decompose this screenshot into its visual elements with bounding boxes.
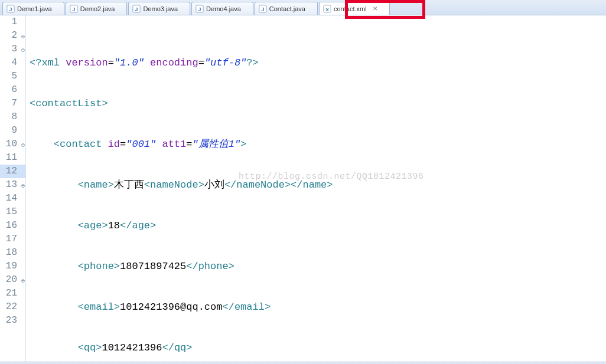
tab-demo1-java[interactable]: JDemo1.java: [2, 2, 64, 15]
tab-bar: JDemo1.javaJDemo2.javaJDemo3.javaJDemo4.…: [0, 0, 606, 15]
tab-label: Demo4.java: [206, 5, 241, 12]
code-line: <qq>1012421396</qq>: [30, 341, 606, 355]
line-number[interactable]: 1: [0, 15, 25, 29]
line-number[interactable]: 22: [0, 300, 25, 314]
line-number[interactable]: 23: [0, 314, 25, 327]
xml-file-icon: X: [323, 5, 331, 13]
tab-label: Contact.java: [269, 5, 305, 12]
line-number[interactable]: 7: [0, 97, 25, 110]
svg-text:J: J: [261, 6, 264, 12]
svg-text:J: J: [9, 6, 12, 12]
line-number[interactable]: 9: [0, 124, 25, 137]
line-number[interactable]: 17: [0, 232, 25, 246]
code-area[interactable]: http://blog.csdn.net/QQ1012421396 <?xml …: [26, 15, 606, 364]
line-number[interactable]: 2: [0, 29, 25, 42]
bottom-trim: [0, 362, 606, 364]
tab-label: Demo3.java: [143, 5, 178, 12]
java-file-icon: J: [196, 5, 204, 13]
svg-text:J: J: [135, 6, 138, 12]
tab-demo3-java[interactable]: JDemo3.java: [128, 2, 190, 15]
line-number[interactable]: 12: [0, 165, 25, 178]
java-file-icon: J: [6, 5, 15, 13]
tab-label: Demo1.java: [17, 5, 52, 12]
line-number[interactable]: 4: [0, 56, 25, 70]
code-line: <name>木丁西<nameNode>小刘</nameNode></name>: [30, 178, 606, 192]
tab-demo2-java[interactable]: JDemo2.java: [66, 2, 128, 15]
line-number[interactable]: 8: [0, 110, 25, 124]
line-number[interactable]: 3: [0, 42, 25, 56]
tab-label: contact.xml: [334, 5, 367, 12]
close-icon[interactable]: ✕: [373, 5, 377, 12]
tab-label: Demo2.java: [80, 5, 115, 12]
line-number[interactable]: 20: [0, 273, 25, 287]
line-number[interactable]: 11: [0, 151, 25, 165]
code-line: <age>18</age>: [30, 219, 606, 232]
svg-text:J: J: [72, 6, 75, 12]
code-line: <contactList>: [30, 97, 606, 110]
java-file-icon: J: [259, 5, 267, 13]
code-line: <email>1012421396@qq.com</email>: [30, 300, 606, 314]
line-number-gutter: 1234567891011121314151617181920212223: [0, 15, 26, 364]
line-number[interactable]: 5: [0, 70, 25, 83]
line-number[interactable]: 6: [0, 83, 25, 97]
line-number[interactable]: 19: [0, 260, 25, 273]
java-file-icon: J: [132, 5, 141, 13]
tab-demo4-java[interactable]: JDemo4.java: [191, 2, 253, 15]
line-number[interactable]: 18: [0, 246, 25, 260]
line-number[interactable]: 13: [0, 178, 25, 192]
java-file-icon: J: [70, 5, 78, 13]
svg-text:X: X: [325, 6, 329, 12]
svg-text:J: J: [198, 6, 201, 12]
code-line: <?xml version="1.0" encoding="utf-8"?>: [30, 56, 606, 70]
code-line: <contact id="001" att1="属性值1">: [30, 137, 606, 151]
code-line: <phone>18071897425</phone>: [30, 260, 606, 273]
line-number[interactable]: 15: [0, 205, 25, 219]
tab-contact-xml[interactable]: Xcontact.xml✕: [319, 2, 390, 15]
line-number[interactable]: 10: [0, 137, 25, 151]
editor-pane: 1234567891011121314151617181920212223 ht…: [0, 15, 606, 364]
line-number[interactable]: 16: [0, 219, 25, 232]
tab-contact-java[interactable]: JContact.java: [255, 2, 318, 15]
line-number[interactable]: 21: [0, 287, 25, 300]
line-number[interactable]: 14: [0, 192, 25, 205]
